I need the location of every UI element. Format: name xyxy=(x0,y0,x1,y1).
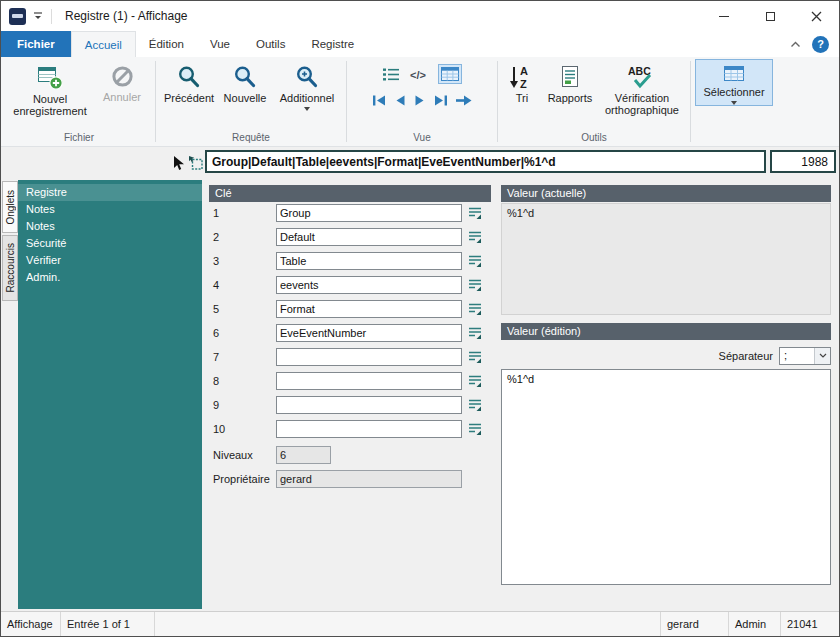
tabrow-right: ? xyxy=(790,31,839,57)
key-input-1[interactable] xyxy=(276,204,462,222)
titlebar-separator xyxy=(51,9,52,24)
lookup-list-button-9[interactable] xyxy=(466,396,484,414)
registry-key-field[interactable] xyxy=(205,150,766,173)
key-input-9[interactable] xyxy=(276,396,462,414)
lookup-list-button-7[interactable] xyxy=(466,348,484,366)
owner-label: Propriétaire xyxy=(209,473,276,485)
select-button[interactable]: Sélectionner xyxy=(695,59,773,106)
lookup-list-button-2[interactable] xyxy=(466,228,484,246)
query-previous-button[interactable]: Précédent xyxy=(160,59,218,105)
key-input-2[interactable] xyxy=(276,228,462,246)
group-label-select xyxy=(691,143,777,146)
svg-text:ABC: ABC xyxy=(628,65,651,77)
key-input-8[interactable] xyxy=(276,372,462,390)
cancel-button[interactable]: Annuler xyxy=(93,59,151,104)
ribbon-group-vue: </> Vue xyxy=(347,57,497,146)
tab-registre[interactable]: Registre xyxy=(298,31,367,57)
statement-view-icon[interactable]: </> xyxy=(409,67,429,82)
new-record-button[interactable]: Nouvel enregistrement xyxy=(7,59,93,119)
new-record-icon xyxy=(36,64,64,91)
lookup-list-button-4[interactable] xyxy=(466,276,484,294)
status-number: 21041 xyxy=(781,612,839,636)
key-input-6[interactable] xyxy=(276,324,462,342)
sidebar-item-notes-2[interactable]: Notes xyxy=(18,218,202,235)
maximize-button[interactable] xyxy=(747,1,793,31)
sort-button[interactable]: AZ Tri xyxy=(502,59,542,105)
query-new-button[interactable]: Nouvelle xyxy=(218,59,272,105)
sidebar-item-registre[interactable]: Registre xyxy=(18,184,202,201)
lookup-list-icon xyxy=(468,254,482,268)
tab-vue[interactable]: Vue xyxy=(197,31,243,57)
quick-access-dropdown-icon[interactable] xyxy=(33,11,43,21)
cancel-label: Annuler xyxy=(103,91,141,103)
previous-record-icon[interactable] xyxy=(393,94,407,107)
ribbon: Nouvel enregistrement Annuler Fichier Pr… xyxy=(1,57,839,147)
owner-row: Propriétaire gerard xyxy=(209,470,491,488)
group-label-requete: Requête xyxy=(156,132,346,146)
tab-accueil[interactable]: Accueil xyxy=(71,31,136,57)
lookup-list-button-8[interactable] xyxy=(466,372,484,390)
spellcheck-button[interactable]: ABC Vérification orthographique xyxy=(598,59,686,118)
key-row: 10 xyxy=(209,420,491,438)
lookup-list-icon xyxy=(468,230,482,244)
help-button[interactable]: ? xyxy=(812,36,829,53)
sidebar-item-verifier[interactable]: Vérifier xyxy=(18,252,202,269)
sidebar-item-admin[interactable]: Admin. xyxy=(18,269,202,286)
reports-icon xyxy=(558,64,582,90)
edit-value-header: Valeur (édition) xyxy=(501,323,831,340)
table-view-icon[interactable] xyxy=(438,64,462,84)
first-record-icon[interactable] xyxy=(371,94,387,107)
lookup-list-button-1[interactable] xyxy=(466,204,484,222)
lookup-list-button-6[interactable] xyxy=(466,324,484,342)
list-view-icon[interactable] xyxy=(382,67,400,82)
chevron-down-icon xyxy=(814,348,830,364)
separator-combobox[interactable]: ; xyxy=(779,347,831,365)
query-new-icon xyxy=(232,64,258,90)
key-input-3[interactable] xyxy=(276,252,462,270)
lookup-list-icon xyxy=(468,350,482,364)
sidebar-item-notes-1[interactable]: Notes xyxy=(18,201,202,218)
cancel-icon xyxy=(110,64,135,89)
lookup-list-button-10[interactable] xyxy=(466,420,484,438)
reports-button[interactable]: Rapports xyxy=(542,59,598,105)
query-additional-button[interactable]: Additionnel xyxy=(272,59,342,112)
key-number: 8 xyxy=(209,375,276,387)
key-input-4[interactable] xyxy=(276,276,462,294)
sort-label: Tri xyxy=(516,92,528,104)
current-value-box: %1^d xyxy=(501,203,831,315)
tab-edition[interactable]: Édition xyxy=(136,31,197,57)
tab-outils[interactable]: Outils xyxy=(243,31,298,57)
select-region-icon[interactable] xyxy=(188,155,203,170)
pointer-icon[interactable] xyxy=(172,155,185,171)
minimize-button[interactable] xyxy=(701,1,747,31)
sidebar-item-securite[interactable]: Sécurité xyxy=(18,235,202,252)
goto-record-icon[interactable] xyxy=(455,94,473,107)
lookup-list-icon xyxy=(468,422,482,436)
group-label-fichier: Fichier xyxy=(3,132,155,146)
tab-fichier[interactable]: Fichier xyxy=(1,31,71,57)
window-title: Registre (1) - Affichage xyxy=(65,9,188,23)
edit-value-textarea[interactable]: %1^d xyxy=(501,369,831,585)
ribbon-group-select: Sélectionner xyxy=(691,57,777,146)
key-input-7[interactable] xyxy=(276,348,462,366)
vertical-tab-onglets[interactable]: Onglets xyxy=(2,181,18,233)
lookup-list-button-5[interactable] xyxy=(466,300,484,318)
separator-row: Séparateur ; xyxy=(501,346,831,365)
collapse-ribbon-icon[interactable] xyxy=(790,41,801,48)
lookup-list-icon xyxy=(468,398,482,412)
separator-value: ; xyxy=(780,348,814,364)
ribbon-group-fichier: Nouvel enregistrement Annuler Fichier xyxy=(3,57,155,146)
group-label-outils: Outils xyxy=(498,132,690,146)
vertical-tab-raccourcis[interactable]: Raccourcis xyxy=(2,235,18,301)
key-input-10[interactable] xyxy=(276,420,462,438)
ribbon-group-requete: Précédent Nouvelle Additionnel Requête xyxy=(156,57,346,146)
close-button[interactable] xyxy=(793,1,839,31)
key-input-5[interactable] xyxy=(276,300,462,318)
last-record-icon[interactable] xyxy=(433,94,449,107)
key-number: 7 xyxy=(209,351,276,363)
next-record-icon[interactable] xyxy=(413,94,427,107)
key-row: 3 xyxy=(209,252,491,270)
app-icon[interactable] xyxy=(9,8,26,25)
lookup-list-button-3[interactable] xyxy=(466,252,484,270)
status-group: Admin xyxy=(729,612,781,636)
